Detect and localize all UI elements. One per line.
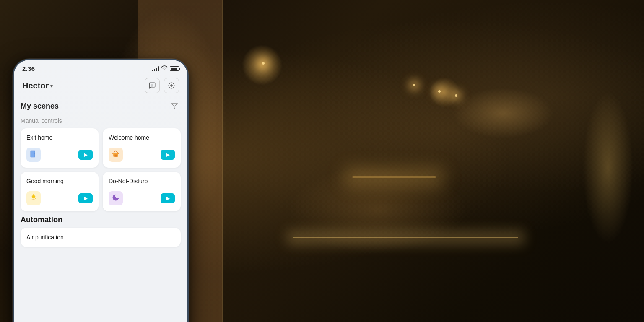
do-not-disturb-title: Do-Not-Disturb bbox=[109, 178, 175, 184]
svg-marker-5 bbox=[171, 104, 177, 109]
manual-controls-label: Manual controls bbox=[21, 117, 181, 124]
run-welcome-home-button[interactable]: ▶ bbox=[161, 150, 175, 160]
run-arrow-icon-4: ▶ bbox=[166, 196, 169, 201]
do-not-disturb-icon bbox=[112, 193, 120, 204]
messages-button[interactable] bbox=[145, 78, 160, 93]
automation-section-title: Automation bbox=[21, 216, 181, 224]
welcome-home-icon-bg bbox=[109, 148, 123, 162]
ceiling-light-4 bbox=[455, 94, 457, 97]
scene-card-good-morning[interactable]: Good morning bbox=[21, 172, 99, 211]
good-morning-footer: ▶ bbox=[26, 191, 93, 205]
run-arrow-icon-3: ▶ bbox=[84, 196, 87, 201]
exit-home-icon bbox=[29, 150, 38, 160]
do-not-disturb-footer: ▶ bbox=[109, 191, 175, 205]
phone-wrapper: 2:36 bbox=[13, 59, 189, 322]
phone-screen: 2:36 bbox=[14, 60, 187, 322]
welcome-home-icon bbox=[112, 150, 120, 160]
good-morning-icon-bg bbox=[26, 191, 41, 205]
phone-frame: 2:36 bbox=[13, 59, 189, 322]
run-exit-home-button[interactable]: ▶ bbox=[78, 150, 93, 160]
scenes-section-title: My scenes bbox=[21, 102, 59, 111]
user-name-wrapper[interactable]: Hector ▾ bbox=[22, 81, 53, 91]
run-do-not-disturb-button[interactable]: ▶ bbox=[161, 193, 175, 203]
svg-line-16 bbox=[35, 198, 35, 198]
filter-button[interactable] bbox=[168, 100, 181, 112]
good-morning-title: Good morning bbox=[26, 178, 93, 184]
welcome-home-title: Welcome home bbox=[109, 134, 175, 141]
app-header: Hector ▾ bbox=[14, 75, 187, 97]
welcome-home-footer: ▶ bbox=[109, 148, 175, 162]
scenes-section-header: My scenes bbox=[21, 100, 181, 112]
svg-line-15 bbox=[31, 195, 32, 195]
status-time: 2:36 bbox=[22, 65, 35, 72]
svg-point-8 bbox=[34, 153, 35, 154]
add-button[interactable] bbox=[164, 78, 179, 93]
scene-card-do-not-disturb[interactable]: Do-Not-Disturb bbox=[103, 172, 181, 211]
ceiling-light-1 bbox=[262, 62, 265, 65]
chevron-down-icon: ▾ bbox=[50, 83, 53, 89]
header-actions bbox=[145, 78, 179, 93]
exit-home-title: Exit home bbox=[26, 134, 93, 141]
svg-point-10 bbox=[32, 195, 35, 198]
do-not-disturb-icon-bg bbox=[109, 191, 123, 205]
good-morning-icon bbox=[29, 193, 38, 204]
run-arrow-icon-2: ▶ bbox=[166, 152, 169, 158]
ceiling-light-2 bbox=[413, 84, 415, 86]
app-content: My scenes Manual controls Exit home bbox=[14, 97, 187, 322]
signal-bars-icon bbox=[152, 66, 159, 71]
ceiling-light-3 bbox=[438, 90, 441, 93]
counter-light-strip bbox=[352, 176, 436, 178]
exit-home-footer: ▶ bbox=[26, 148, 93, 162]
scenes-grid: Exit home bbox=[21, 128, 181, 211]
user-name: Hector bbox=[22, 81, 49, 91]
battery-icon bbox=[170, 66, 179, 71]
run-arrow-icon: ▶ bbox=[84, 152, 87, 158]
wall-center bbox=[222, 0, 223, 322]
svg-rect-9 bbox=[115, 154, 117, 156]
status-bar: 2:36 bbox=[14, 60, 187, 75]
scene-card-exit-home[interactable]: Exit home bbox=[21, 128, 99, 168]
run-good-morning-button[interactable]: ▶ bbox=[78, 193, 93, 203]
status-icons bbox=[152, 65, 179, 72]
automation-air-purification-title: Air purification bbox=[26, 234, 64, 241]
automation-item-air-purification[interactable]: Air purification bbox=[21, 228, 181, 247]
exit-home-icon-bg bbox=[26, 148, 41, 162]
wifi-icon bbox=[161, 65, 168, 72]
scene-card-welcome-home[interactable]: Welcome home bbox=[103, 128, 181, 168]
